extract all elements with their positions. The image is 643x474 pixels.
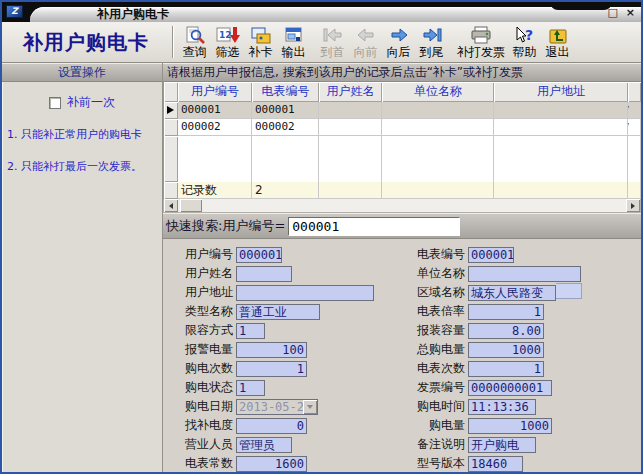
- table-row-1[interactable]: 000001000001扌: [164, 102, 641, 119]
- checkbox-label: 补前一次: [67, 94, 115, 111]
- table-cell-partial[interactable]: 扌: [628, 119, 641, 136]
- row-marker: [164, 82, 178, 102]
- exit-button[interactable]: 退出: [541, 26, 574, 60]
- table-cell[interactable]: 000001: [178, 102, 252, 119]
- scroll-thumb[interactable]: [180, 199, 202, 212]
- quick-search-input[interactable]: [288, 217, 460, 236]
- table-cell[interactable]: 000002: [178, 119, 252, 136]
- table-cell[interactable]: [494, 119, 628, 136]
- capacity-limit-mode-field[interactable]: 1: [236, 323, 265, 339]
- column-header-2: 电表编号: [252, 82, 319, 102]
- operator-field[interactable]: 管理员: [236, 437, 292, 453]
- sidebar-header: 设置操作: [2, 63, 162, 82]
- filter-button[interactable]: 12筛选: [211, 26, 244, 60]
- table-cell[interactable]: [382, 119, 494, 136]
- column-header-5: 用户地址: [494, 82, 628, 102]
- table-cell-partial[interactable]: 扌: [628, 102, 641, 119]
- alarm-energy-field[interactable]: 100: [236, 342, 307, 358]
- last-button[interactable]: 到尾: [415, 26, 448, 60]
- titlebar-skin-seam: [550, 2, 612, 10]
- table-cell[interactable]: [319, 102, 382, 119]
- table-cell[interactable]: 000002: [252, 119, 319, 136]
- reprint-invoice-button[interactable]: 补打发票: [454, 26, 508, 60]
- row-marker: [164, 102, 178, 119]
- table-cell[interactable]: [319, 119, 382, 136]
- meter-count-row: 电表次数1: [403, 359, 641, 378]
- table-summary-row: 记录数2: [164, 182, 641, 199]
- user-name-label: 用户姓名: [177, 265, 233, 282]
- close-button[interactable]: ×: [626, 6, 635, 19]
- user-name-field[interactable]: [236, 266, 292, 282]
- purchase-time-field[interactable]: 11:13:36: [468, 399, 536, 415]
- purchase-date-field: 2013-05-25: [236, 399, 318, 415]
- records-table: 用户编号电表编号用户姓名单位名称用户地址 000001000001扌000002…: [163, 82, 641, 199]
- purchase-count-row: 购电次数1: [177, 359, 403, 378]
- unit-name-field[interactable]: [468, 266, 581, 282]
- meter-id-field[interactable]: 000001: [468, 247, 514, 263]
- recard-button[interactable]: 补卡: [244, 26, 277, 60]
- empty-cell: [178, 136, 252, 182]
- scroll-track[interactable]: [202, 199, 626, 212]
- installed-capacity-field[interactable]: 8.00: [468, 323, 544, 339]
- table-cell[interactable]: [494, 102, 628, 119]
- purchase-status-field[interactable]: 1: [236, 380, 265, 396]
- user-id-field[interactable]: 000001: [236, 247, 282, 263]
- table-cell[interactable]: 000001: [252, 102, 319, 119]
- scroll-right-button[interactable]: [626, 199, 640, 212]
- app-logo-icon: Z: [6, 5, 23, 18]
- export-button-label: 输出: [282, 45, 306, 60]
- maximize-button[interactable]: □: [607, 6, 617, 19]
- quick-search-bar: 快速搜索:用户编号=: [163, 213, 641, 239]
- remark-field[interactable]: 开户购电: [468, 437, 536, 453]
- purchase-date-label: 购电日期: [177, 398, 233, 415]
- next-button[interactable]: 向后: [382, 26, 415, 60]
- capacity-limit-mode-label: 限容方式: [177, 322, 233, 339]
- installed-capacity-label: 报装容量: [403, 322, 465, 339]
- scroll-left-button[interactable]: [164, 199, 178, 212]
- user-address-field[interactable]: [236, 285, 374, 301]
- filter-icon: 12: [216, 26, 240, 45]
- meter-count-field[interactable]: 1: [468, 361, 544, 377]
- query-button[interactable]: 查询: [178, 26, 211, 60]
- purchase-count-field[interactable]: 1: [236, 361, 307, 377]
- meter-ratio-field[interactable]: 1: [468, 304, 544, 320]
- column-header-4: 单位名称: [382, 82, 494, 102]
- purchase-time-label: 购电时间: [403, 398, 465, 415]
- table-row-2[interactable]: 000002000002扌: [164, 119, 641, 136]
- meter-id-row: 电表编号000001: [403, 245, 641, 264]
- query-button-label: 查询: [183, 45, 207, 60]
- table-horizontal-scrollbar[interactable]: [163, 199, 641, 213]
- area-name-field[interactable]: 城东人民路变: [468, 285, 556, 301]
- total-purchased-row: 总购电量1000: [403, 340, 641, 359]
- table-cell[interactable]: [382, 102, 494, 119]
- purchase-amount-field[interactable]: 1000: [468, 418, 552, 434]
- left-triangle-icon: [169, 203, 173, 209]
- row-marker: [164, 136, 178, 182]
- replenish-previous-checkbox-row[interactable]: 补前一次: [6, 94, 158, 111]
- adjust-energy-field[interactable]: 0: [236, 418, 307, 434]
- dropdown-arrow-icon: [303, 400, 317, 414]
- page-title: 补用户购电卡: [2, 22, 170, 62]
- meter-constant-field[interactable]: 1600: [236, 456, 307, 472]
- export-button[interactable]: 输出: [277, 26, 310, 60]
- meter-count-label: 电表次数: [403, 360, 465, 377]
- capacity-limit-mode-row: 限容方式1: [177, 321, 403, 340]
- area-name-label: 区域名称: [403, 284, 465, 301]
- invoice-number-row: 发票编号0000000001: [403, 378, 641, 397]
- checkbox-icon[interactable]: [49, 97, 61, 109]
- alarm-energy-label: 报警电量: [177, 341, 233, 358]
- go-first-icon: [322, 26, 344, 45]
- total-purchased-field[interactable]: 1000: [468, 342, 544, 358]
- prev-button: 向前: [349, 26, 382, 60]
- type-name-field[interactable]: 普通工业: [236, 304, 320, 320]
- go-prev-icon: [355, 26, 377, 45]
- model-version-field[interactable]: 18460: [468, 456, 523, 472]
- purchase-date-row: 购电日期2013-05-25: [177, 397, 403, 416]
- installed-capacity-row: 报装容量8.00: [403, 321, 641, 340]
- meter-constant-label: 电表常数: [177, 455, 233, 472]
- help-button[interactable]: ?帮助: [508, 26, 541, 60]
- empty-cell: [494, 136, 628, 182]
- invoice-number-field[interactable]: 0000000001: [468, 380, 552, 396]
- purchase-status-row: 购电状态1: [177, 378, 403, 397]
- recard-button-label: 补卡: [249, 45, 273, 60]
